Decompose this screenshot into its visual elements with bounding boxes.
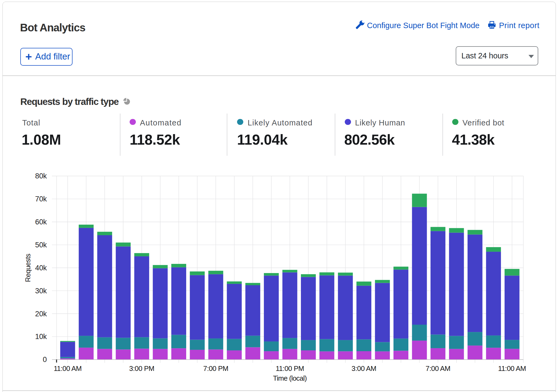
svg-text:80k: 80k xyxy=(35,172,47,180)
svg-text:50k: 50k xyxy=(35,241,47,249)
svg-text:7:00 PM: 7:00 PM xyxy=(203,364,228,373)
svg-text:40k: 40k xyxy=(35,264,47,272)
svg-text:30k: 30k xyxy=(35,287,47,295)
svg-text:60k: 60k xyxy=(35,218,47,226)
svg-text:11:00 AM: 11:00 AM xyxy=(54,364,81,373)
svg-text:7:00 AM: 7:00 AM xyxy=(426,364,450,373)
svg-text:3:00 AM: 3:00 AM xyxy=(352,364,376,373)
svg-text:11:00 AM: 11:00 AM xyxy=(498,364,526,373)
svg-text:Requests: Requests xyxy=(24,254,32,282)
svg-text:3:00 PM: 3:00 PM xyxy=(129,364,154,373)
svg-text:10k: 10k xyxy=(35,333,47,341)
svg-text:70k: 70k xyxy=(35,195,47,203)
svg-text:Time (local): Time (local) xyxy=(273,374,307,382)
svg-text:0: 0 xyxy=(43,356,47,364)
svg-text:11:00 PM: 11:00 PM xyxy=(276,364,304,373)
svg-text:20k: 20k xyxy=(35,310,47,318)
